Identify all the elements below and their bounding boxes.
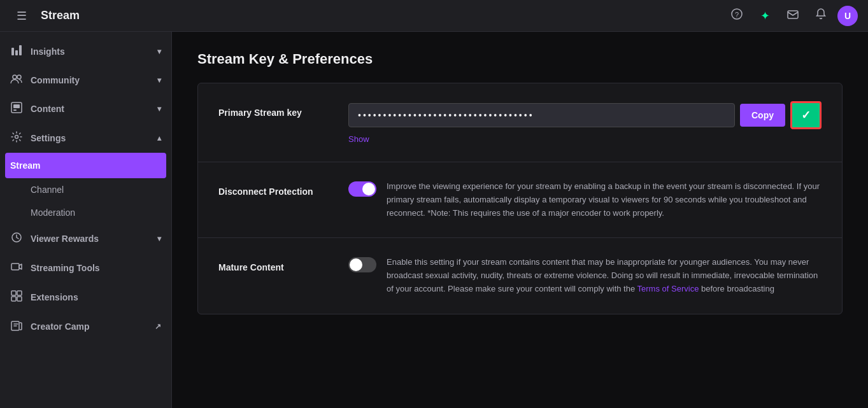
svg-point-11	[15, 136, 18, 139]
disconnect-toggle-thumb	[362, 183, 375, 195]
topbar: ☰ Stream ? ✦ U	[0, 0, 868, 32]
viewer-rewards-chevron: ▾	[157, 234, 161, 243]
sidebar-item-streaming-tools[interactable]: Streaming Tools	[0, 253, 171, 283]
menu-button[interactable]: ☰	[10, 4, 33, 27]
content-chevron: ▾	[157, 104, 161, 113]
mature-toggle-track[interactable]	[348, 257, 376, 272]
viewer-rewards-label: Viewer Rewards	[31, 234, 99, 244]
extensions-icon	[10, 290, 23, 304]
avatar-initials: U	[844, 11, 851, 21]
disconnect-label: Disconnect Protection	[218, 180, 333, 197]
svg-rect-9	[13, 104, 20, 108]
community-chevron: ▾	[157, 76, 161, 85]
streaming-tools-icon	[10, 261, 23, 275]
svg-rect-3	[11, 48, 14, 55]
settings-card: Primary Stream key Copy ✓ Show	[197, 83, 843, 314]
creator-camp-icon	[10, 320, 23, 334]
mature-content-section: Mature Content Enable this setting if yo…	[198, 238, 842, 313]
svg-rect-16	[11, 297, 16, 301]
sidebar-sub-item-channel[interactable]: Channel	[0, 178, 171, 201]
svg-rect-4	[15, 50, 18, 55]
sidebar-item-settings[interactable]: Settings ▴	[0, 123, 171, 153]
topbar-icons: ? ✦ U	[725, 4, 858, 27]
tos-link[interactable]: Terms of Service	[637, 284, 699, 293]
sidebar-sub-item-moderation[interactable]: Moderation	[0, 201, 171, 224]
stream-key-section: Primary Stream key Copy ✓ Show	[198, 83, 842, 162]
mature-content: Enable this setting if your stream conta…	[348, 256, 822, 295]
stream-key-input[interactable]	[348, 103, 735, 127]
notifications-icon	[816, 8, 826, 23]
svg-point-7	[17, 75, 21, 79]
topbar-left: ☰ Stream	[10, 4, 725, 27]
svg-rect-2	[788, 11, 798, 18]
channel-sub-label: Channel	[31, 185, 64, 195]
help-icon: ?	[731, 8, 743, 23]
mature-label: Mature Content	[218, 256, 333, 272]
stream-key-row: Primary Stream key Copy ✓ Show	[218, 101, 822, 144]
disconnect-content: Improve the viewing experience for your …	[348, 180, 822, 220]
main-content: Stream Key & Preferences Primary Stream …	[172, 32, 868, 408]
layout: Insights ▾ Community ▾ Content ▾	[0, 32, 868, 408]
content-label: Content	[31, 104, 64, 114]
sidebar-item-viewer-rewards[interactable]: Viewer Rewards ▾	[0, 224, 171, 253]
mature-description: Enable this setting if your stream conta…	[387, 256, 822, 295]
sidebar-item-extensions[interactable]: Extensions	[0, 283, 171, 312]
viewer-rewards-icon	[10, 232, 23, 246]
svg-rect-14	[11, 291, 16, 295]
mature-field-row: Mature Content Enable this setting if yo…	[218, 256, 822, 295]
stream-key-input-row: Copy ✓	[348, 101, 822, 129]
disconnect-toggle-track[interactable]	[348, 181, 376, 197]
creator-camp-label: Creator Camp	[31, 321, 90, 332]
content-icon	[10, 102, 23, 116]
community-label: Community	[31, 75, 80, 85]
sidebar-item-community[interactable]: Community ▾	[0, 66, 171, 94]
notifications-button[interactable]	[809, 4, 832, 27]
mail-icon	[787, 9, 799, 22]
avatar[interactable]: U	[837, 6, 858, 26]
mature-desc-after: before broadcasting	[699, 284, 774, 293]
settings-label: Settings	[31, 133, 66, 143]
check-icon: ✓	[801, 108, 811, 122]
svg-rect-17	[17, 297, 22, 301]
stream-key-content: Copy ✓ Show	[348, 101, 822, 144]
creator-button[interactable]: ✦	[753, 4, 776, 27]
messages-button[interactable]	[781, 4, 804, 27]
sidebar-item-creator-camp[interactable]: Creator Camp ↗	[0, 312, 171, 341]
copy-button[interactable]: Copy	[740, 104, 785, 127]
svg-rect-10	[13, 109, 17, 111]
stream-key-label: Primary Stream key	[218, 101, 333, 118]
insights-label: Insights	[31, 46, 65, 57]
sparkle-icon: ✦	[760, 9, 770, 23]
disconnect-toggle[interactable]	[348, 181, 376, 197]
moderation-sub-label: Moderation	[31, 208, 75, 218]
svg-point-6	[13, 75, 17, 79]
mature-toggle[interactable]	[348, 257, 376, 272]
mature-toggle-thumb	[350, 258, 362, 271]
app-title: Stream	[41, 9, 80, 22]
sidebar-sub-item-stream[interactable]: Stream	[5, 153, 166, 178]
svg-text:?: ?	[735, 11, 739, 18]
svg-rect-15	[17, 291, 22, 295]
external-link-icon: ↗	[155, 322, 161, 331]
community-icon	[10, 74, 23, 87]
sidebar: Insights ▾ Community ▾ Content ▾	[0, 32, 172, 408]
extensions-label: Extensions	[31, 292, 78, 302]
settings-chevron: ▴	[157, 134, 161, 143]
settings-icon	[10, 131, 23, 145]
disconnect-protection-section: Disconnect Protection Improve the viewin…	[198, 162, 842, 238]
help-button[interactable]: ?	[725, 4, 748, 27]
show-link[interactable]: Show	[348, 134, 369, 144]
svg-rect-5	[19, 45, 22, 55]
disconnect-toggle-row: Improve the viewing experience for your …	[348, 180, 822, 220]
page-title: Stream Key & Preferences	[197, 51, 843, 67]
sidebar-item-insights[interactable]: Insights ▾	[0, 37, 171, 66]
sidebar-item-content[interactable]: Content ▾	[0, 94, 171, 123]
disconnect-field-row: Disconnect Protection Improve the viewin…	[218, 180, 822, 220]
streaming-tools-label: Streaming Tools	[31, 263, 100, 273]
check-button[interactable]: ✓	[790, 101, 822, 129]
insights-icon	[10, 45, 23, 59]
disconnect-description: Improve the viewing experience for your …	[387, 180, 822, 220]
svg-rect-13	[11, 264, 19, 270]
insights-chevron: ▾	[157, 47, 161, 56]
mature-toggle-row: Enable this setting if your stream conta…	[348, 256, 822, 295]
